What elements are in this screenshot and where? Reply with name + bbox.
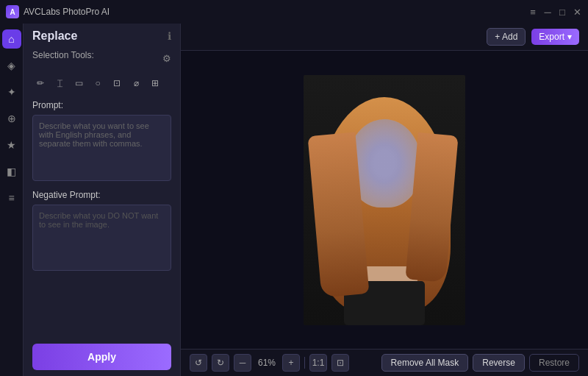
- bottom-toolbar: ↺ ↻ ─ 61% + 1:1 ⊡ Remove All Mask Revers…: [181, 349, 588, 376]
- rotate-left-button[interactable]: ↺: [190, 354, 207, 372]
- fit-button[interactable]: ⊡: [331, 354, 349, 372]
- sidebar-icon-home[interactable]: ⌂: [2, 29, 21, 49]
- remove-all-mask-button[interactable]: Remove All Mask: [381, 354, 469, 372]
- zoom-separator: [304, 357, 305, 369]
- zoom-controls: ↺ ↻ ─ 61% + 1:1 ⊡: [190, 354, 349, 372]
- prompt-input[interactable]: [32, 115, 171, 181]
- app-title-group: A AVCLabs PhotoPro AI: [6, 5, 110, 18]
- icon-sidebar: ⌂ ◈ ✦ ⊕ ★ ◧ ≡: [0, 24, 24, 376]
- main-layout: ⌂ ◈ ✦ ⊕ ★ ◧ ≡ Replace ℹ Selection Tools:…: [0, 24, 588, 376]
- rect-tool[interactable]: ▭: [71, 75, 87, 91]
- app-icon: A: [6, 5, 19, 18]
- magic-wand-tool[interactable]: ⊡: [109, 75, 125, 91]
- selection-tools-row: Selection Tools: ⚙: [32, 50, 171, 66]
- negative-prompt-label: Negative Prompt:: [32, 190, 171, 200]
- minimize-button[interactable]: ─: [542, 7, 553, 17]
- restore-button[interactable]: Restore: [529, 354, 579, 372]
- info-icon[interactable]: ℹ: [168, 30, 171, 42]
- rotate-right-button[interactable]: ↻: [212, 354, 229, 372]
- negative-prompt-input[interactable]: [32, 205, 171, 271]
- add-button[interactable]: + Add: [487, 28, 526, 46]
- export-label: Export: [539, 32, 564, 42]
- tools-settings-icon[interactable]: ⚙: [162, 53, 171, 64]
- ellipse-tool[interactable]: ○: [90, 75, 106, 91]
- zoom-out-button[interactable]: ─: [234, 354, 251, 372]
- portrait-image: [304, 75, 465, 325]
- maximize-button[interactable]: □: [557, 7, 567, 17]
- selection-tools-label: Selection Tools:: [32, 50, 94, 60]
- sidebar-icon-layers[interactable]: ◧: [2, 162, 21, 181]
- left-panel: Replace ℹ Selection Tools: ⚙ ✏ ⌶ ▭ ○ ⊡ ⌀…: [24, 24, 181, 376]
- panel-title: Replace: [32, 29, 77, 43]
- menu-button[interactable]: ≡: [528, 7, 538, 17]
- export-chevron-icon: ▾: [567, 32, 572, 42]
- sidebar-icon-tools[interactable]: ✦: [2, 82, 21, 102]
- app-title: AVCLabs PhotoPro AI: [24, 7, 110, 17]
- photo-container: [304, 75, 465, 325]
- top-toolbar: + Add Export ▾: [181, 24, 588, 51]
- one-to-one-button[interactable]: 1:1: [309, 354, 327, 372]
- sidebar-icon-add[interactable]: ⊕: [2, 109, 21, 128]
- close-button[interactable]: ✕: [572, 7, 582, 17]
- panel-header: Replace ℹ: [32, 29, 171, 43]
- prompt-label: Prompt:: [32, 100, 171, 110]
- title-bar: A AVCLabs PhotoPro AI ≡ ─ □ ✕: [0, 0, 588, 24]
- transform-tool[interactable]: ⊞: [147, 75, 163, 91]
- lasso-tool[interactable]: ⌶: [51, 75, 68, 91]
- pen-tool[interactable]: ✏: [32, 75, 49, 91]
- canvas-viewport[interactable]: [181, 51, 588, 349]
- tool-icons-row: ✏ ⌶ ▭ ○ ⊡ ⌀ ⊞: [32, 75, 171, 91]
- reverse-button[interactable]: Reverse: [473, 354, 525, 372]
- zoom-in-button[interactable]: +: [282, 354, 300, 372]
- canvas-area: + Add Export ▾: [181, 24, 588, 376]
- apply-button[interactable]: Apply: [32, 344, 171, 370]
- sidebar-icon-selection[interactable]: ◈: [2, 56, 21, 75]
- sidebar-icon-menu[interactable]: ≡: [2, 188, 21, 207]
- export-button[interactable]: Export ▾: [531, 29, 579, 45]
- zoom-level: 61%: [256, 358, 278, 368]
- action-buttons: Remove All Mask Reverse Restore: [381, 354, 579, 372]
- window-controls: ≡ ─ □ ✕: [528, 7, 582, 17]
- brush-tool[interactable]: ⌀: [128, 75, 144, 91]
- sidebar-icon-star[interactable]: ★: [2, 135, 21, 155]
